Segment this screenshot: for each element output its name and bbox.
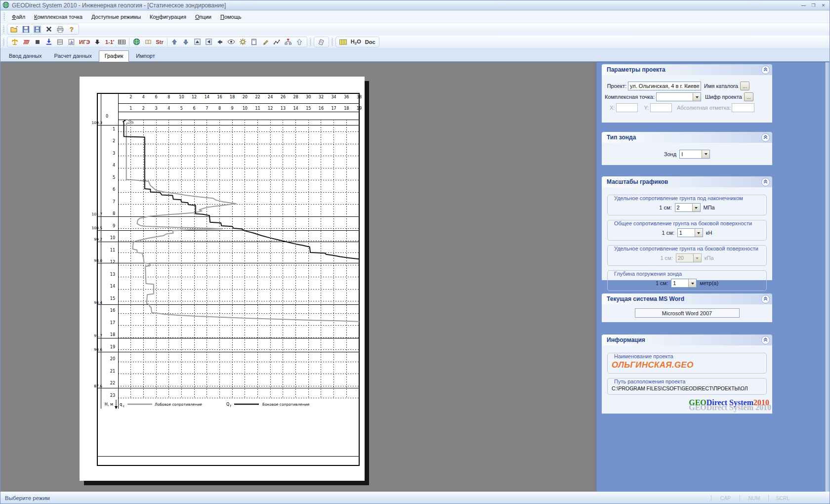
toolbar-grip[interactable] [331, 38, 333, 46]
preview-button[interactable] [316, 37, 327, 47]
chart-button[interactable] [66, 37, 77, 47]
delete-button[interactable] [43, 24, 54, 34]
menu-help[interactable]: Помощь [216, 12, 246, 22]
doc-button[interactable]: Doc [363, 39, 377, 45]
dropdown-arrow-icon[interactable] [702, 150, 709, 158]
dropdown-arrow-icon[interactable] [695, 229, 703, 237]
back-button[interactable] [214, 37, 226, 47]
floppy-save-as-icon [34, 26, 41, 33]
svg-text:8: 8 [218, 106, 221, 111]
ige-button[interactable]: ИГЭ [77, 39, 92, 45]
previous-record-button[interactable] [203, 37, 214, 47]
collapse-button[interactable] [761, 66, 770, 74]
panel-scrollbar[interactable] [825, 62, 830, 492]
maximize-button[interactable]: ❐ [809, 2, 818, 9]
columns-button[interactable] [337, 37, 349, 47]
globe-button[interactable] [131, 37, 142, 47]
book-button[interactable] [142, 37, 154, 47]
code-browse-button[interactable]: ... [744, 92, 753, 101]
complex-point-select[interactable] [656, 92, 701, 101]
edit-button[interactable] [260, 37, 271, 47]
view-button[interactable] [226, 37, 237, 47]
collapse-button[interactable] [761, 133, 770, 142]
svg-text:11: 11 [255, 106, 260, 111]
toolbar-grip[interactable] [3, 13, 5, 21]
close-button[interactable]: ✕ [819, 2, 828, 9]
svg-text:13: 13 [110, 272, 115, 277]
polyline-button[interactable] [271, 37, 283, 47]
menu-complex-point[interactable]: Комплексная точка [30, 12, 87, 22]
probe-depth-scale-group: Глубина погружения зонда 1 см: 1 метр(а) [607, 270, 767, 291]
print-button[interactable] [54, 24, 66, 34]
svg-text:0: 0 [106, 114, 108, 119]
tab-graph[interactable]: График [99, 50, 129, 62]
help-button[interactable]: ? [66, 24, 77, 34]
stop-button[interactable] [32, 37, 43, 47]
hatch-button[interactable] [20, 37, 32, 47]
toolbar-grip[interactable] [309, 38, 312, 46]
toolbar-grip[interactable] [2, 38, 5, 46]
collapse-button[interactable] [761, 178, 770, 186]
menu-configuration[interactable]: Конфигурация [145, 12, 191, 22]
move-down-button[interactable] [180, 37, 192, 47]
globe-icon [133, 38, 140, 45]
menu-options[interactable]: Опции [191, 12, 216, 22]
svg-text:10: 10 [110, 236, 115, 240]
group-label: Глубина погружения зонда [613, 271, 683, 277]
copy-button[interactable] [249, 37, 260, 47]
save-as-button[interactable] [32, 24, 43, 34]
tab-data-calc[interactable]: Расчет данных [49, 51, 97, 61]
side-total-scale-select[interactable]: 1 [677, 228, 703, 237]
first-record-button[interactable] [192, 37, 203, 47]
hierarchy-button[interactable] [283, 37, 294, 47]
dropdown-arrow-icon[interactable] [692, 204, 700, 211]
delete-x-icon [45, 26, 52, 33]
import-data-button[interactable] [43, 37, 54, 47]
save-button[interactable] [20, 24, 32, 34]
depth-scale-select[interactable]: 1 [671, 279, 697, 288]
svg-text:15: 15 [306, 106, 311, 111]
svg-text:6: 6 [155, 95, 158, 99]
chart-scales-card: Масштабы графиков Удельное сопротивление… [602, 176, 772, 280]
settings-button[interactable] [237, 37, 249, 47]
x-input[interactable] [616, 103, 638, 112]
svg-text:17: 17 [110, 321, 115, 325]
down-arrow-button[interactable] [92, 37, 103, 47]
move-up-button[interactable] [169, 37, 180, 47]
dropdown-arrow-icon[interactable] [688, 279, 696, 287]
project-name-input[interactable]: ул. Ольгинская, 4 в г. Киеве [628, 82, 701, 90]
status-message: Выберите режим [1, 495, 53, 501]
catalog-browse-button[interactable]: ... [740, 82, 749, 90]
y-input[interactable] [650, 103, 672, 112]
profile-1-1-button[interactable]: 1-1' [103, 39, 117, 45]
section-grid-button[interactable] [116, 37, 127, 47]
abs-mark-input[interactable] [732, 103, 754, 112]
svg-text:13: 13 [281, 106, 286, 111]
svg-text:24: 24 [268, 95, 273, 99]
h2o-button[interactable]: H2O [349, 39, 363, 45]
menu-file[interactable]: Файл [7, 12, 30, 22]
minimize-button[interactable]: — [799, 2, 808, 9]
tab-import[interactable]: Импорт [130, 51, 160, 61]
tip-scale-select[interactable]: 2 [675, 203, 701, 212]
menu-available-modes[interactable]: Доступные режимы [87, 12, 145, 22]
drill-rig-button[interactable] [9, 37, 20, 47]
svg-text:26: 26 [281, 95, 286, 99]
dropdown-arrow-icon[interactable] [693, 93, 701, 101]
open-button[interactable] [9, 24, 20, 34]
export-up-button[interactable] [294, 37, 305, 47]
zond-select[interactable]: I [679, 150, 710, 159]
tab-data-input[interactable]: Ввод данных [3, 51, 47, 61]
collapse-button[interactable] [761, 336, 770, 344]
str-button[interactable]: Str [154, 39, 165, 45]
svg-text:94.4: 94.4 [94, 300, 102, 305]
num-indicator: NUM [740, 495, 768, 501]
collapse-button[interactable] [761, 295, 770, 303]
svg-text:2: 2 [113, 139, 115, 143]
table-button[interactable] [54, 37, 66, 47]
svg-text:4: 4 [142, 95, 145, 99]
svg-text:8: 8 [113, 211, 115, 216]
toolbar-grip[interactable] [2, 25, 5, 33]
window-title: GEODirect System 2010 - Инженерная геоло… [12, 2, 226, 9]
svg-text:16: 16 [217, 95, 222, 99]
